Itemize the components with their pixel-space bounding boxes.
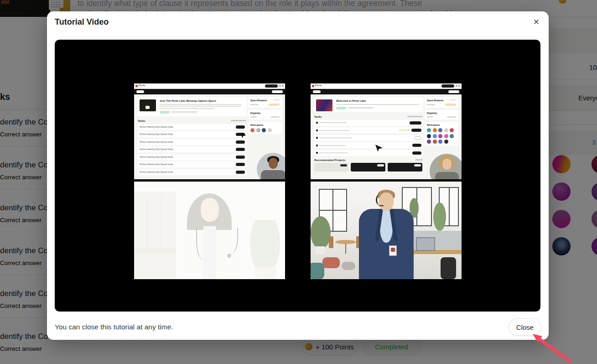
task-item-row [314,120,423,126]
avatar-dot [427,128,431,132]
participants-avatars [427,128,456,144]
quest-rewards-card: Quest Rewards [425,97,458,108]
projects-label: Recommended Projects [314,159,345,161]
avatar-dot [427,140,431,144]
task-button [414,136,421,140]
participants-label: Participants [250,124,280,126]
door-line [161,195,161,255]
app-body: Welcome to Perle Labs Tasks [311,94,462,179]
tutorial-video-modal: Tutorial Video ✕ Perle Join The Perle La… [47,11,549,340]
gold-bar [269,104,280,106]
perle-logo-icon [312,85,314,87]
text-line [319,122,347,123]
tasks-label: Tasks [138,120,145,122]
task-button [412,144,421,147]
red-ottoman [322,257,340,268]
avatar-dot [268,128,272,132]
main-column: Join The Perle Labs Meeting Caption Ques… [137,97,247,177]
task-item-text: Perform Meeting Style Speech Audio [140,141,173,143]
card-pill [340,164,347,166]
icon-dot [456,85,457,87]
task-button [410,121,421,125]
webcam-face [442,159,452,170]
see-all-bar [415,159,423,161]
project-cards [314,163,423,172]
text-bar [250,116,257,118]
video-tile-welcome-page: Perle Welcome to Perle Labs [311,83,462,179]
task-item-row: Perform Meeting Style Speech Audio [137,146,247,152]
project-card [351,163,385,172]
badge-photo [391,248,395,252]
avatar-dot [433,134,437,138]
project-card [388,163,422,172]
text-line [160,104,242,105]
participants-card: Participants [248,122,282,134]
back-pill [313,90,321,93]
task-item-row: Perform Meeting Style Speech Audio [137,139,247,145]
video-tile-doctor [134,182,285,279]
task-item-row [314,142,423,148]
plant [433,203,446,231]
close-button[interactable]: Close [509,318,541,336]
webcam-body [261,170,285,179]
card-pill [377,164,384,166]
task-item-row [314,127,423,133]
avatar-dot [262,128,266,132]
table-leg [345,244,346,254]
text-bar [447,116,456,118]
stethoscope-chestpiece [227,254,231,258]
task-button [236,125,245,129]
text-line [160,108,214,109]
profile-button [441,84,454,88]
eligibility-label: Eligibility [427,112,456,114]
webcam-face [269,158,278,169]
participants-label: Participants [427,124,456,126]
text-line [319,145,346,146]
nav-pill [448,90,459,93]
task-item-text: Perform Meeting Style Speech Audio [140,171,173,173]
tasks-label: Tasks [314,115,322,118]
window-mullion [449,188,450,225]
task-item-text: Perform Meeting Style Speech Audio [140,133,173,135]
text-bar [270,116,280,118]
tasks-meta [407,116,423,117]
window-mullion [320,210,346,211]
app-topbar: Perle [134,83,285,89]
gray-ottoman [342,262,355,270]
avatar-dot [444,128,448,132]
task-button [412,151,421,155]
text-line [319,152,348,153]
task-item-row: Perform Meeting Style Speech Audio [137,169,247,175]
tutorial-video-player[interactable]: Perle Join The Perle Labs Meeting Captio… [55,40,540,312]
green-chip [160,111,170,114]
perle-logo-icon [135,85,138,87]
task-button [236,171,245,174]
video-tile-office-man [311,182,462,279]
participants-avatars [250,128,280,132]
perle-brand: Perle [315,84,322,87]
close-icon[interactable]: ✕ [532,17,541,27]
icon-dot [458,85,460,87]
gold-bar [445,104,456,106]
app-navbar [311,89,462,94]
avatar-dot [256,128,260,132]
task-item-row: Perform Meeting Style Speech Audio [137,161,247,167]
icon-dot [282,85,284,87]
profile-button [265,84,278,88]
task-button [236,148,245,151]
task-button [236,140,245,144]
avatar-dot [250,128,254,132]
text-bar [427,104,435,105]
headset-icon [376,194,384,205]
avatar-dot [433,140,437,144]
card-pill [414,164,421,166]
quest-hero-card: Join The Perle Labs Meeting Caption Ques… [137,97,247,116]
avatar-dot [444,134,448,138]
avatar-dot [450,134,454,138]
card-pill [450,99,457,101]
quest-rewards-card: Quest Rewards [248,97,282,108]
avatar-dot [450,128,454,132]
back-pill [136,90,144,93]
tasks-meta [231,120,246,121]
task-item-row: Perform Meeting Style Speech Audio [137,131,247,137]
